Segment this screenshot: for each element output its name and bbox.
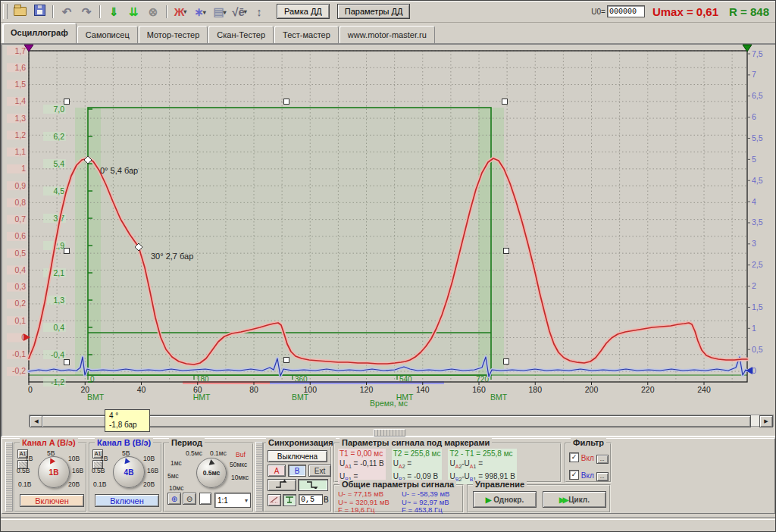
zoom-out-button[interactable]: ⊖ — [183, 493, 196, 505]
page-button[interactable] — [199, 493, 211, 505]
filter-checkbox[interactable]: ✓ — [569, 452, 579, 462]
updown-icon[interactable]: ↕ — [250, 3, 268, 21]
toolbar: ↶↷⇓⇊⊗Ж▾∗▾▤▾√ē▾↕ Рамка ДД Параметры ДД U0… — [1, 1, 776, 23]
knob-scale-label: 5В — [47, 449, 55, 457]
channel-b-range-knob[interactable]: 4В — [113, 456, 145, 488]
tab-тест-мастер[interactable]: Тест-мастер — [274, 26, 339, 43]
trigger-mode-a-button[interactable] — [268, 494, 281, 506]
tab-самописец[interactable]: Самописец — [77, 26, 138, 43]
svg-text:30° 2,7 бар: 30° 2,7 бар — [151, 252, 193, 261]
value-segment: T2 = 255,8 мс — [393, 449, 441, 458]
channel-b-power-button[interactable]: Включен — [95, 494, 159, 507]
undo-icon[interactable]: ↶ — [58, 3, 76, 21]
channel-a-range-knob[interactable]: 1В — [38, 456, 70, 488]
period-title: Период — [169, 438, 205, 447]
general-measurements-group: Общие параметры сигнала U- = 77,15 мВU~ … — [333, 484, 464, 513]
measurement-value: T2 = 255,8 мс — [392, 449, 443, 458]
chevron-down-icon[interactable]: ▾ — [224, 9, 227, 16]
scroll-right-button[interactable]: ▶ — [759, 415, 773, 427]
chevron-down-icon[interactable]: ▾ — [183, 8, 186, 15]
channel-a-group: Канал A (В/э) А1 1В 5В10В16В20В0.1В0.5В1… — [14, 443, 87, 512]
svg-text:Время, мс: Время, мс — [370, 399, 408, 408]
scale-ratio-combo[interactable]: 1:1 ▾ — [214, 493, 251, 508]
panel-grip-left[interactable] — [5, 442, 13, 512]
chevron-down-icon[interactable]: ▾ — [244, 8, 247, 15]
marker-measurements-group: Параметры сигнала под маркерами T1 = 0,0… — [333, 443, 562, 483]
frame-dd-button[interactable]: Рамка ДД — [277, 4, 330, 19]
edge-rising-button[interactable] — [268, 479, 296, 491]
chevron-down-icon[interactable]: ▾ — [203, 9, 206, 16]
filter-checkbox[interactable]: ✓ — [569, 470, 579, 480]
svg-text:4,5: 4,5 — [53, 186, 64, 196]
marker-b-icon[interactable]: ∗▾ — [191, 3, 209, 21]
scale-ratio-value: 1:1 — [217, 496, 228, 505]
svg-text:40: 40 — [137, 385, 146, 394]
svg-text:2,5: 2,5 — [752, 260, 763, 269]
knob-scale-label: 0.1В — [18, 480, 32, 488]
svg-text:720: 720 — [476, 375, 489, 383]
svg-text:0,6: 0,6 — [14, 231, 26, 240]
tab-www.motor-master.ru[interactable]: www.motor-master.ru — [340, 26, 435, 43]
svg-text:180: 180 — [196, 375, 209, 383]
svg-text:3: 3 — [752, 239, 756, 248]
svg-text:240: 240 — [697, 385, 711, 394]
open-folder-icon[interactable] — [11, 2, 29, 20]
single-shot-button[interactable]: ▶ Однокр. — [473, 491, 537, 508]
ruler-icon-glyph: ▤ — [213, 5, 224, 19]
svg-text:4: 4 — [752, 197, 756, 206]
svg-text:1,6: 1,6 — [14, 63, 26, 72]
control-panel: Канал A (В/э) А1 1В 5В10В16В20В0.1В0.5В1… — [2, 438, 775, 514]
cycle-button[interactable]: ▶▶ Цикл. — [543, 491, 606, 508]
trigger-level-input[interactable] — [299, 494, 323, 505]
svg-text:200: 200 — [585, 385, 599, 394]
svg-text:0: 0 — [90, 375, 95, 383]
svg-text:6,2: 6,2 — [53, 132, 64, 141]
measurement-value: UA1 = -0,11 В — [338, 458, 386, 471]
zoom-in-button[interactable]: ⊕ — [167, 493, 181, 505]
svg-text:0° 5,4 бар: 0° 5,4 бар — [100, 166, 138, 175]
params-dd-button[interactable]: Параметры ДД — [337, 4, 411, 19]
tab-осциллограф[interactable]: Осциллограф — [2, 23, 77, 43]
math-icon[interactable]: √ē▾ — [230, 3, 249, 21]
svg-text:2,1: 2,1 — [53, 268, 64, 277]
knob-scale-label: 10мс — [169, 484, 184, 492]
svg-text:60: 60 — [193, 385, 202, 394]
toolbar-grip[interactable] — [3, 4, 8, 19]
redo-icon[interactable]: ↷ — [77, 3, 95, 21]
channel-a-power-button[interactable]: Включен — [20, 494, 84, 507]
marker-a-icon[interactable]: Ж▾ — [171, 3, 189, 21]
u0-input[interactable] — [607, 5, 645, 17]
value-segment: = -0,11 В — [352, 459, 384, 468]
tooltip-pressure: -1,8 бар — [109, 421, 146, 430]
svg-text:1,3: 1,3 — [53, 296, 64, 305]
splitter-grip[interactable] — [374, 429, 405, 437]
knob-scale-label: 0.1мс — [210, 449, 227, 457]
ruler-icon[interactable]: ▤▾ — [211, 3, 229, 21]
edge-falling-button[interactable] — [298, 479, 328, 491]
svg-text:0,4: 0,4 — [53, 323, 64, 332]
knob-scale-label: 16В — [147, 467, 158, 474]
svg-text:0: 0 — [28, 385, 33, 394]
knob-scale-label: 10мкс — [231, 474, 249, 481]
svg-text:180: 180 — [528, 385, 542, 394]
filter-settings-button[interactable]: ... — [596, 455, 609, 464]
period-knob[interactable]: 0.5мс — [196, 458, 227, 488]
stop-icon[interactable]: ⊗ — [144, 3, 162, 21]
tab-мотор-тестер[interactable]: Мотор-тестер — [139, 26, 208, 43]
filter-settings-button[interactable]: ... — [596, 472, 609, 481]
sync-source-ext[interactable]: Ext — [308, 465, 331, 477]
sync-source-a[interactable]: A — [268, 465, 286, 477]
save-icon[interactable] — [30, 2, 48, 20]
tab-скан-тестер[interactable]: Скан-Тестер — [208, 26, 274, 43]
measurement-value: UA2-UA1 = — [448, 458, 516, 471]
acquire-single-icon[interactable]: ⇓ — [105, 3, 123, 21]
tooltip-angle: 4 ° — [109, 412, 146, 421]
knob-scale-label: 10В — [143, 455, 155, 462]
measurement-value: T2 - T1 = 255,8 мс — [448, 449, 516, 458]
svg-text:0,7: 0,7 — [14, 214, 26, 224]
sync-source-b[interactable]: B — [288, 465, 306, 477]
trigger-mode-b-button[interactable] — [283, 494, 296, 506]
sync-status-button[interactable]: Выключена — [268, 450, 327, 462]
acquire-cycle-icon[interactable]: ⇊ — [124, 3, 142, 21]
panel-grip-mid[interactable] — [255, 442, 263, 512]
